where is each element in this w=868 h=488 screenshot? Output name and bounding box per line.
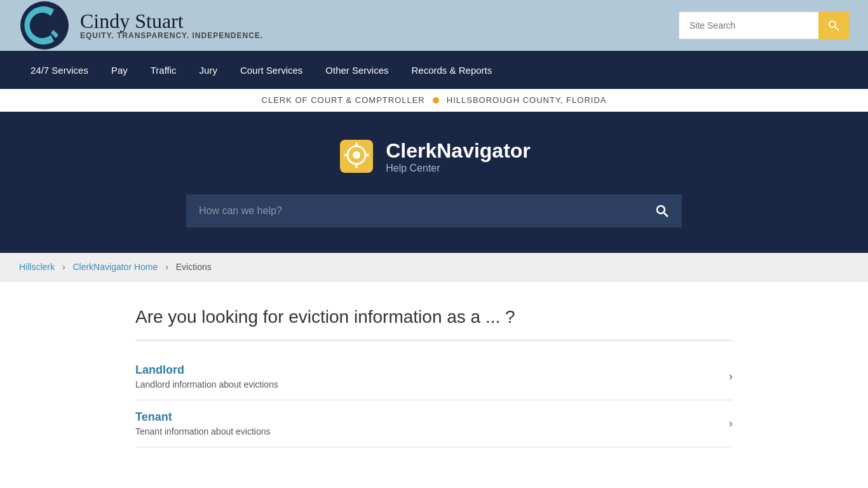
clerknavigator-icon: [337, 137, 376, 175]
breadcrumb-sep-2: ›: [165, 262, 168, 272]
landlord-chevron-icon: ›: [729, 370, 733, 383]
breadcrumb-sep-1: ›: [62, 262, 65, 272]
svg-line-11: [664, 213, 668, 217]
divider: [135, 340, 733, 341]
breadcrumb-current: Evictions: [176, 262, 212, 272]
nav-item-247[interactable]: 24/7 Services: [19, 51, 100, 89]
brand-tagline: EQUITY. TRANSPARENCY. INDEPENDENCE.: [80, 31, 263, 40]
hero-brand-sub: Help Center: [386, 163, 531, 174]
tenant-title: Tenant: [135, 410, 270, 424]
hero-brand-name: ClerkNavigator: [386, 139, 531, 163]
site-search-form: [679, 11, 849, 39]
tenant-chevron-icon: ›: [729, 417, 733, 430]
sub-header-right: HILLSBOROUGH COUNTY, FLORIDA: [447, 95, 607, 105]
hero-search-button[interactable]: [642, 194, 682, 227]
svg-point-10: [657, 206, 665, 214]
main-content: Are you looking for eviction information…: [116, 281, 752, 488]
breadcrumb-hillsclerk[interactable]: Hillsclerk: [19, 262, 55, 272]
tenant-desc: Tenant information about evictions: [135, 426, 270, 437]
nav-item-jury[interactable]: Jury: [188, 51, 229, 89]
hero-brand: ClerkNavigator Help Center: [337, 137, 531, 175]
nav-item-other[interactable]: Other Services: [314, 51, 400, 89]
brand-text: Cindy Stuart EQUITY. TRANSPARENCY. INDEP…: [80, 11, 263, 40]
header-top: Cindy Stuart EQUITY. TRANSPARENCY. INDEP…: [0, 0, 868, 51]
brand-name: Cindy Stuart: [80, 11, 263, 31]
nav-item-records[interactable]: Records & Reports: [400, 51, 504, 89]
landlord-title: Landlord: [135, 363, 278, 377]
breadcrumb-clerknavigator-home[interactable]: ClerkNavigator Home: [72, 262, 158, 272]
landlord-option[interactable]: Landlord Landlord information about evic…: [135, 353, 733, 400]
content-area: Are you looking for eviction information…: [0, 281, 868, 488]
landlord-desc: Landlord information about evictions: [135, 379, 278, 390]
hero-section: ClerkNavigator Help Center: [0, 112, 868, 253]
tenant-option-content: Tenant Tenant information about eviction…: [135, 410, 270, 437]
sub-header: CLERK OF COURT & COMPTROLLER HILLSBOROUG…: [0, 89, 868, 112]
breadcrumb: Hillsclerk › ClerkNavigator Home › Evict…: [0, 253, 868, 281]
svg-line-2: [835, 27, 839, 30]
nav-bar: 24/7 Services Pay Traffic Jury Court Ser…: [0, 51, 868, 89]
logo: [19, 0, 70, 51]
nav-item-pay[interactable]: Pay: [100, 51, 139, 89]
sub-header-left: CLERK OF COURT & COMPTROLLER: [262, 95, 425, 105]
nav-item-traffic[interactable]: Traffic: [139, 51, 188, 89]
site-search-button[interactable]: [818, 11, 849, 39]
landlord-option-content: Landlord Landlord information about evic…: [135, 363, 278, 390]
hero-search-form: [186, 194, 682, 227]
hero-brand-text: ClerkNavigator Help Center: [386, 139, 531, 174]
search-icon: [827, 19, 840, 32]
tenant-option[interactable]: Tenant Tenant information about eviction…: [135, 400, 733, 447]
hero-search-input[interactable]: [186, 194, 642, 227]
site-search-input[interactable]: [679, 11, 818, 39]
sub-header-dot: [433, 97, 439, 104]
svg-point-5: [353, 151, 360, 159]
nav-item-court[interactable]: Court Services: [229, 51, 314, 89]
page-question: Are you looking for eviction information…: [135, 307, 733, 327]
svg-point-1: [829, 21, 836, 27]
search-icon: [655, 204, 669, 218]
header-brand: Cindy Stuart EQUITY. TRANSPARENCY. INDEP…: [19, 0, 263, 51]
